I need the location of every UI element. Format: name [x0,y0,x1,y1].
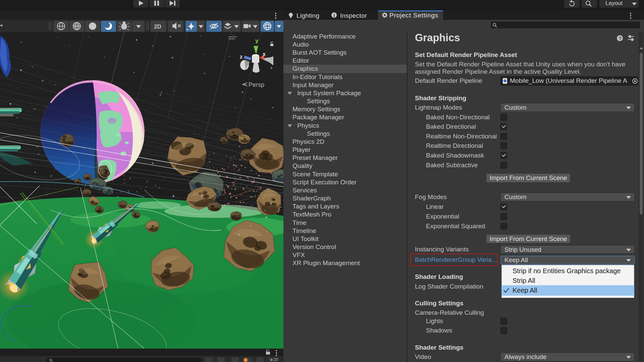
svg-text:x: x [263,51,266,57]
svg-text:z: z [240,54,243,60]
svg-text:2D: 2D [154,23,161,30]
svg-text:?: ? [619,36,622,41]
svg-text:y: y [255,38,259,44]
svg-text:Persp: Persp [249,81,264,88]
